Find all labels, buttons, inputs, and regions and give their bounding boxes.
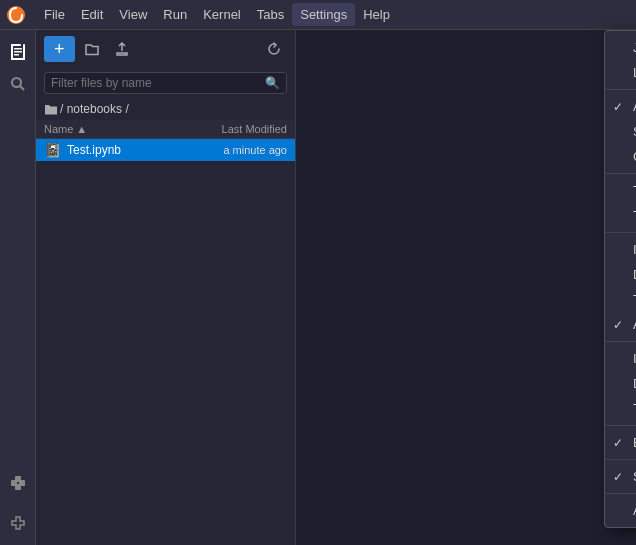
file-panel: + 🔍 (36, 30, 296, 545)
menu-item-extension-manager[interactable]: ✓ Enable Extension Manager (605, 430, 636, 455)
separator-5 (605, 425, 636, 426)
settings-dropdown-menu: JupyterLab Theme ▶ Language ▶ ✓ Autosave… (604, 30, 636, 528)
upload-button[interactable] (109, 36, 135, 62)
activity-extensions[interactable] (4, 469, 32, 497)
search-input[interactable] (51, 76, 265, 90)
main-layout: + 🔍 (0, 30, 636, 545)
separator-6 (605, 459, 636, 460)
file-modified: a minute ago (223, 144, 287, 156)
check-icon: ✓ (613, 318, 623, 332)
menu-item-autosave[interactable]: ✓ Autosave Documents (605, 94, 636, 119)
search-icon: 🔍 (265, 76, 280, 90)
svg-rect-4 (23, 44, 25, 60)
menu-settings[interactable]: Settings (292, 3, 355, 26)
menu-item-show-active-file[interactable]: Show Active File in File Browser (605, 119, 636, 144)
separator-4 (605, 341, 636, 342)
menubar: File Edit View Run Kernel Tabs Settings … (0, 0, 636, 30)
check-icon: ✓ (613, 436, 623, 450)
app-logo (4, 3, 28, 27)
svg-rect-3 (11, 58, 25, 60)
menu-item-advanced-settings[interactable]: Advanced Settings Editor Ctrl+, (605, 498, 636, 523)
col-modified: Last Modified (222, 123, 287, 135)
file-list-header[interactable]: Name ▲ Last Modified (36, 120, 295, 139)
menu-item-text-indent[interactable]: Text Editor Indentation ▶ (605, 287, 636, 312)
file-list: 📓 Test.ipynb a minute ago (36, 139, 295, 545)
menu-item-text-theme[interactable]: Text Editor Theme ▶ (605, 203, 636, 228)
svg-rect-6 (14, 51, 22, 53)
activity-bar (0, 30, 36, 545)
file-name: Test.ipynb (67, 143, 223, 157)
menu-item-console-run[interactable]: Console Run Keystroke ▶ (605, 144, 636, 169)
menu-tabs[interactable]: Tabs (249, 3, 292, 26)
check-icon: ✓ (613, 100, 623, 114)
menu-item-auto-close-brackets[interactable]: ✓ Auto Close Brackets for Text Editor (605, 312, 636, 337)
separator-7 (605, 493, 636, 494)
activity-files[interactable] (4, 38, 32, 66)
separator-3 (605, 232, 636, 233)
menu-run[interactable]: Run (155, 3, 195, 26)
new-file-button[interactable]: + (44, 36, 75, 62)
menu-item-decrease-terminal-font[interactable]: Decrease Terminal Font Size (605, 371, 636, 396)
new-folder-button[interactable] (79, 36, 105, 62)
col-name: Name ▲ (44, 123, 222, 135)
menu-item-text-key-map[interactable]: Text Editor Key Map ▶ (605, 178, 636, 203)
menu-view[interactable]: View (111, 3, 155, 26)
menu-kernel[interactable]: Kernel (195, 3, 249, 26)
search-wrap: 🔍 (44, 72, 287, 94)
svg-rect-13 (15, 484, 21, 490)
activity-puzzle[interactable] (4, 509, 32, 537)
menu-help[interactable]: Help (355, 3, 398, 26)
search-container: 🔍 (36, 68, 295, 98)
separator-2 (605, 173, 636, 174)
separator-1 (605, 89, 636, 90)
menu-item-decrease-text-font[interactable]: Decrease Text Editor Font Size (605, 262, 636, 287)
svg-rect-2 (11, 44, 13, 60)
svg-rect-7 (14, 54, 19, 56)
menu-file[interactable]: File (36, 3, 73, 26)
menu-item-language[interactable]: Language ▶ (605, 60, 636, 85)
menu-item-increase-terminal-font[interactable]: Increase Terminal Font Size (605, 346, 636, 371)
content-area: JupyterLab Theme ▶ Language ▶ ✓ Autosave… (296, 30, 636, 545)
sort-arrow-icon: ▲ (76, 123, 87, 135)
menu-item-save-widget-state[interactable]: ✓ Save Widget State Automatically (605, 464, 636, 489)
svg-rect-5 (14, 48, 22, 50)
breadcrumb: / notebooks / (36, 98, 295, 120)
file-icon: 📓 (44, 142, 61, 158)
check-icon: ✓ (613, 470, 623, 484)
svg-line-9 (20, 86, 24, 90)
menu-item-jupyterlab-theme[interactable]: JupyterLab Theme ▶ (605, 35, 636, 60)
file-row[interactable]: 📓 Test.ipynb a minute ago (36, 139, 295, 161)
menu-edit[interactable]: Edit (73, 3, 111, 26)
file-toolbar: + (36, 30, 295, 68)
menu-item-increase-text-font[interactable]: Increase Text Editor Font Size (605, 237, 636, 262)
menu-item-terminal-theme[interactable]: Terminal Theme ▶ (605, 396, 636, 421)
refresh-button[interactable] (261, 36, 287, 62)
breadcrumb-path: / notebooks / (60, 102, 129, 116)
svg-point-8 (12, 78, 21, 87)
svg-rect-12 (15, 476, 21, 482)
activity-search[interactable] (4, 70, 32, 98)
